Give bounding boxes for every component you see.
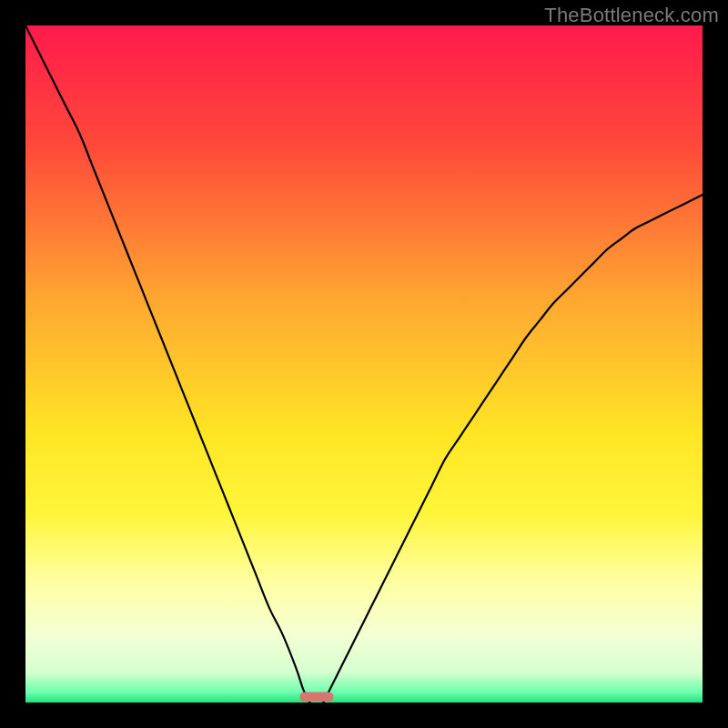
bottleneck-marker [299, 693, 333, 702]
chart-frame: TheBottleneck.com [0, 0, 728, 728]
bottleneck-curve-chart [25, 25, 703, 703]
gradient-background [25, 25, 703, 703]
plot-area [25, 25, 703, 703]
watermark-text: TheBottleneck.com [544, 4, 719, 27]
